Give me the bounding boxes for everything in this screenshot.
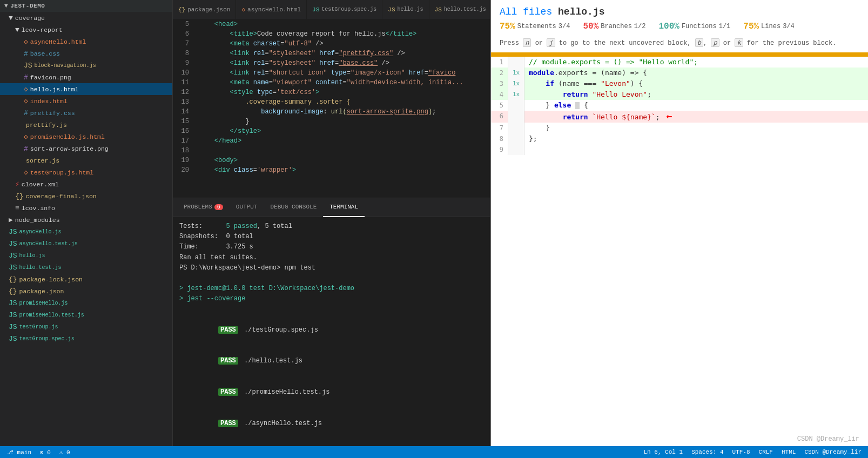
status-warnings: ⚠ 0 [59, 449, 70, 456]
code-line: 7 <meta charset="utf-8" /> [173, 39, 490, 49]
folder-icon: ▼ [9, 14, 13, 22]
code-line: 12 <style type='text/css'> [173, 87, 490, 97]
stat-frac-lines: 3/4 [783, 23, 795, 30]
status-watermark-bar: CSDN @Dreamy_lir [804, 449, 862, 455]
rp-code-line-5: 5 } else { [491, 100, 868, 111]
sidebar-item-base-css[interactable]: # base.css [0, 48, 172, 59]
stat-label-functions: Functions [682, 23, 717, 30]
tab-hello-js[interactable]: JS hello.js [382, 0, 429, 19]
sidebar-item-promiseHello-test-js[interactable]: JS promiseHello.test.js [0, 309, 172, 321]
js-icon: JS [9, 264, 17, 272]
html-icon: ◇ [24, 97, 28, 105]
sidebar-item-prettify-js[interactable]: prettify.js [0, 119, 172, 131]
folder-icon: ▼ [15, 26, 19, 34]
sidebar-item-asyncHello-test-js[interactable]: JS asyncHello.test.js [0, 238, 172, 250]
sidebar-item-lcov-info[interactable]: ≡ lcov.info [0, 202, 172, 214]
rp-code-line-6: 6 return `Hello ${name}`;← [491, 111, 868, 123]
stat-pct-statements: 75% [500, 22, 515, 31]
terminal-line-pass4: PASS ./asyncHello.test.js [179, 408, 483, 439]
status-language: HTML [782, 449, 796, 455]
code-editor: 5 <head> 6 <title>Code coverage report f… [173, 19, 490, 198]
coverage-hint: Press n or j to go to the next uncovered… [500, 36, 859, 49]
tab-asyncHello-html[interactable]: ◇ asyncHello.html [236, 0, 307, 19]
status-branch: ⎇ main [6, 449, 31, 456]
stat-label-statements: Statements [517, 23, 556, 30]
sidebar-item-coverage-final-json[interactable]: {} coverage-final.json [0, 190, 172, 202]
json-icon: {} [9, 275, 17, 284]
stat-frac-branches: 1/2 [634, 23, 646, 30]
terminal-line: > jest --coverage [179, 294, 483, 304]
uncovered-arrow: ← [667, 110, 672, 122]
png-icon: # [24, 73, 28, 82]
sidebar-item-index-html[interactable]: ◇ index.html [0, 95, 172, 107]
bottom-panel: PROBLEMS 6 OUTPUT DEBUG CONSOLE TERMINAL… [173, 198, 490, 446]
stat-pct-branches: 50% [583, 22, 598, 31]
status-right: Ln 6, Col 1 Spaces: 4 UTF-8 CRLF HTML CS… [644, 449, 862, 455]
rp-code-line-3: 3 1x if (name === "Levon") { [491, 78, 868, 89]
tab-problems[interactable]: PROBLEMS 6 [177, 198, 230, 217]
sidebar-item-clover-xml[interactable]: ⚡ clover.xml [0, 178, 172, 190]
rp-code-line-9: 9 [491, 144, 868, 155]
tab-hello-test-js[interactable]: JS hello.test.js [429, 0, 490, 19]
terminal-line: Tests: 5 passed, 5 total [179, 221, 483, 232]
html-icon: ◇ [24, 168, 28, 177]
sidebar-item-node-modules[interactable]: ▶ node_modules [0, 214, 172, 226]
sidebar-item-promiseHello-js[interactable]: JS promiseHello.js [0, 297, 172, 309]
sidebar-item-favicon[interactable]: # favicon.png [0, 71, 172, 83]
stat-pct-lines: 75% [743, 22, 759, 31]
html-icon: ◇ [24, 132, 28, 141]
sidebar-item-testGroup-spec-js[interactable]: JS testGroup.spec.js [0, 333, 172, 345]
stat-label-branches: Branches [601, 23, 632, 30]
coverage-filename: hello.js [558, 6, 604, 17]
sidebar-item-package-json[interactable]: {} package.json [0, 285, 172, 297]
sidebar-item-sorter-js[interactable]: sorter.js [0, 154, 172, 166]
sidebar-item-coverage[interactable]: ▼ coverage [0, 12, 172, 24]
sidebar-item-prettify-css[interactable]: # prettify.css [0, 107, 172, 119]
terminal-line: Time: 3.725 s [179, 242, 483, 252]
code-line: 14 background-image: url(sort-arrow-spri… [173, 107, 490, 117]
sidebar-item-testGroup-js[interactable]: JS testGroup.js [0, 321, 172, 333]
folder-icon: ▶ [9, 215, 13, 224]
tab-testGroup-spec[interactable]: JS testGroup.spec.js [307, 0, 382, 19]
sidebar-item-hello-test-js[interactable]: JS hello.test.js [0, 261, 172, 273]
html-icon: ◇ [24, 37, 28, 46]
all-files-link[interactable]: All files [500, 6, 552, 17]
code-line: 11 <meta name="viewport" content="width=… [173, 78, 490, 87]
status-bar: ⎇ main ⊗ 0 ⚠ 0 Ln 6, Col 1 Spaces: 4 UTF… [0, 446, 868, 458]
sidebar-item-sort-arrow[interactable]: # sort-arrow-sprite.png [0, 143, 172, 154]
rp-code-line-2: 2 1x module.exports = (name) => { [491, 68, 868, 78]
coverage-code: 1 // module.exports = () => "Hello world… [491, 57, 868, 446]
rp-code-line-1: 1 // module.exports = () => "Hello world… [491, 57, 868, 68]
status-spaces: Spaces: 4 [691, 449, 723, 455]
sidebar-item-hello-js-html[interactable]: ◇ hello.js.html [0, 83, 172, 95]
stat-lines: 75% Lines 3/4 [743, 22, 794, 31]
stat-label-lines: Lines [761, 23, 780, 30]
status-position: Ln 6, Col 1 [644, 449, 683, 455]
terminal-line: Snapshots: 0 total [179, 232, 483, 242]
txt-icon: ≡ [15, 204, 19, 212]
code-line: 9 <link rel="stylesheet" href="base.css"… [173, 58, 490, 68]
code-line: 17 </head> [173, 136, 490, 146]
sidebar-item-hello-js[interactable]: JS hello.js [0, 250, 172, 261]
coverage-report-panel: All files hello.js 75% Statements 3/4 50… [490, 0, 868, 446]
tab-terminal[interactable]: TERMINAL [323, 198, 365, 217]
sidebar-item-package-lock-json[interactable]: {} package-lock.json [0, 273, 172, 285]
tab-package-json[interactable]: {} package.json [173, 0, 236, 19]
sidebar-item-testGroup-js-html[interactable]: ◇ testGroup.js.html [0, 166, 172, 178]
sidebar-item-promiseHello-js-html[interactable]: ◇ promiseHello.js.html [0, 131, 172, 143]
sidebar-item-lcov-report[interactable]: ▼ lcov-report [0, 24, 172, 36]
terminal-line: PS D:\Workspace\jest-demo> npm test [179, 263, 483, 273]
sidebar-item-asyncHello-js[interactable]: JS asyncHello.js [0, 226, 172, 238]
sidebar-item-block-navigation[interactable]: JS block-navigation.js [0, 59, 172, 71]
coverage-stats: 75% Statements 3/4 50% Branches 1/2 100%… [500, 22, 859, 31]
js-icon: JS [9, 228, 17, 236]
sidebar-item-asyncHello-html[interactable]: ◇ asyncHello.html [0, 36, 172, 48]
html-icon: ◇ [24, 85, 28, 93]
terminal-line [179, 305, 483, 315]
stat-frac-functions: 1/1 [719, 23, 731, 30]
tab-output[interactable]: OUTPUT [230, 198, 264, 217]
editor-area: {} package.json ◇ asyncHello.html JS tes… [173, 0, 490, 446]
json-icon: {} [15, 192, 24, 200]
section-jest-demo[interactable]: ▼ JEST-DEMO [0, 0, 172, 12]
tab-debug-console[interactable]: DEBUG CONSOLE [264, 198, 323, 217]
